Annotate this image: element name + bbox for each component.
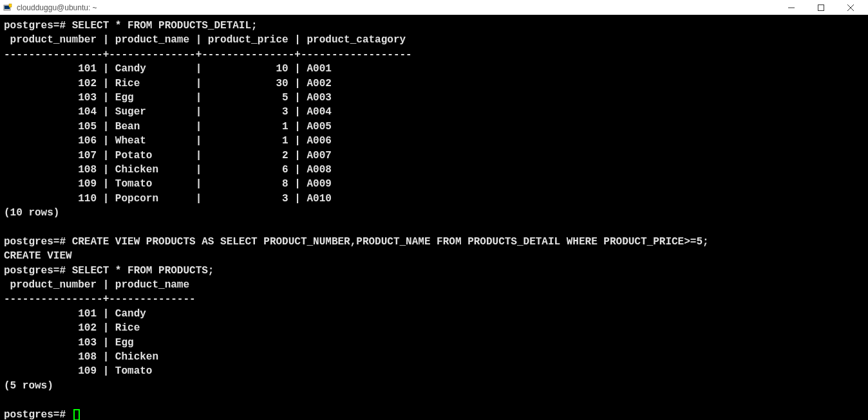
table-row: 104 | Suger | 3 | A004 [4,106,332,118]
table-header: product_number | product_name | product_… [4,34,406,46]
minimize-button[interactable] [777,0,806,15]
prompt-line: postgres=# CREATE VIEW PRODUCTS AS SELEC… [4,236,709,248]
table-row: 103 | Egg [4,337,134,349]
svg-rect-4 [818,5,824,10]
table-row: 105 | Bean | 1 | A005 [4,121,332,132]
maximize-button[interactable] [806,0,836,15]
table-row: 108 | Chicken [4,351,158,363]
table-divider: ----------------+--------------+--------… [4,49,412,60]
table-row: 109 | Tomato [4,365,152,377]
table-row: 110 | Popcorn | 3 | A010 [4,193,332,205]
window-title: cloudduggu@ubuntu: ~ [17,3,777,12]
table-row: 109 | Tomato | 8 | A009 [4,178,332,190]
row-count: (5 rows) [4,380,53,392]
titlebar: cloudduggu@ubuntu: ~ [0,0,868,15]
close-button[interactable] [836,0,865,15]
table-row: 103 | Egg | 5 | A003 [4,92,332,104]
svg-rect-2 [9,4,12,7]
prompt-line: postgres=# [4,409,80,420]
prompt-line: postgres=# SELECT * FROM PRODUCTS_DETAIL… [4,20,258,32]
table-row: 106 | Wheat | 1 | A006 [4,135,332,147]
table-row: 108 | Chicken | 6 | A008 [4,164,332,176]
row-count: (10 rows) [4,207,59,219]
putty-icon [3,3,13,13]
cursor [73,409,80,420]
table-header: product_number | product_name [4,279,189,291]
table-row: 101 | Candy [4,308,146,320]
table-row: 101 | Candy | 10 | A001 [4,63,332,75]
table-row: 102 | Rice [4,322,140,334]
table-divider: ----------------+-------------- [4,293,196,305]
table-row: 107 | Potato | 2 | A007 [4,150,332,161]
window-controls [777,0,865,15]
table-row: 102 | Rice | 30 | A002 [4,78,332,89]
terminal-output[interactable]: postgres=# SELECT * FROM PRODUCTS_DETAIL… [0,15,868,420]
query-result: CREATE VIEW [4,250,72,262]
prompt-line: postgres=# SELECT * FROM PRODUCTS; [4,265,214,277]
